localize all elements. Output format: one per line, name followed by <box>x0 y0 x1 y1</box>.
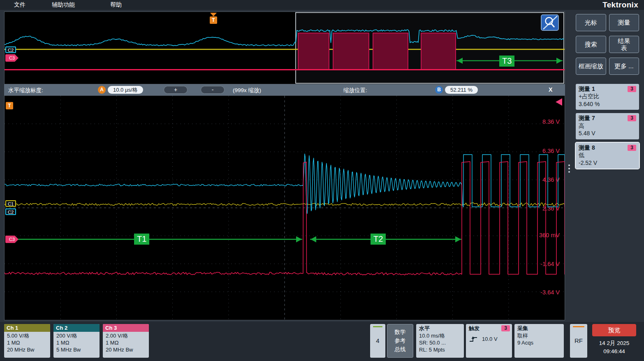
trigger-source-marker[interactable]: T <box>6 102 13 109</box>
channel-scale: 5.00 V/格 <box>7 332 47 339</box>
horizontal-scale: 10.0 ms/格 <box>419 332 461 339</box>
date-label: 14 2月 2025 <box>592 339 636 347</box>
datetime: 14 2月 2025 09:46:44 <box>592 339 636 356</box>
preview-button[interactable]: 预览 <box>592 324 636 336</box>
rf-tile-label: RF <box>570 337 587 345</box>
measurement-badges: 测量 13 +占空比 3.640 % 测量 73 高 5.48 V 测量 83 … <box>573 84 644 169</box>
annotation-t1-label: T1 <box>134 234 149 245</box>
zoom-close-button[interactable]: X <box>546 86 555 93</box>
zoom-out-button[interactable]: - <box>201 86 225 94</box>
acquisition-title: 采集 <box>514 324 564 332</box>
channel-impedance: 1 MΩ <box>106 339 146 346</box>
channel-bandwidth: 20 MHz Bw <box>106 346 146 353</box>
sidebar-button-box-zoom[interactable]: 框画缩放 <box>576 58 606 75</box>
acquisition-mode: 取样 <box>517 332 561 339</box>
menu-item-help[interactable]: 帮助 <box>110 1 122 9</box>
channel-card-ch2[interactable]: Ch 2 200 V/格 1 MΩ 5 MHz Bw <box>53 324 100 358</box>
measurement-card-8[interactable]: 测量 83 低 -2.52 V <box>576 143 639 169</box>
zoom-scale-label: 水平缩放标度: <box>8 87 43 94</box>
menu-item-file[interactable]: 文件 <box>14 1 25 9</box>
channel-bandwidth: 20 MHz Bw <box>7 346 47 353</box>
measurement-name: 高 <box>579 122 636 130</box>
rf-tile[interactable]: RF <box>570 324 587 358</box>
horizontal-card[interactable]: 水平 10.0 ms/格 SR: 50.0 ... RL: 5 Mpts <box>416 324 464 358</box>
time-label: 09:46:44 <box>592 347 636 356</box>
source-badge: 3 <box>628 86 636 92</box>
ref-color-bar <box>373 326 382 327</box>
button-label: 光标 <box>585 19 597 26</box>
bottom-bar: Ch 1 5.00 V/格 1 MΩ 20 MHz Bw Ch 2 200 V/… <box>0 322 644 361</box>
trigger-position-marker[interactable]: T <box>210 13 217 24</box>
trigger-source-badge: 3 <box>501 325 510 331</box>
panel-resize-handle[interactable] <box>568 163 570 174</box>
trigger-title: 触发 <box>469 325 480 332</box>
zoom-window[interactable] <box>296 12 564 84</box>
button-label: 测量 <box>618 19 630 26</box>
horizontal-title: 水平 <box>416 324 464 332</box>
channel-tag-c2[interactable]: C2 <box>5 208 16 215</box>
knob-b-badge[interactable]: B <box>435 86 443 94</box>
channel-name: Ch 1 <box>4 324 50 332</box>
math-ref-bus-button[interactable]: 数学 参考 总线 <box>387 324 413 358</box>
sidebar-button-search[interactable]: 搜索 <box>576 36 606 53</box>
sidebar-button-results-table[interactable]: 结果表 <box>609 36 639 53</box>
menu-bar: 文件 辅助功能 帮助 Tektronix <box>0 0 644 10</box>
measurement-value: 3.640 % <box>579 100 636 108</box>
right-sidebar: 光标 测量 搜索 结果表 框画缩放 更多 ... 测量 13 +占空比 3.64… <box>573 10 644 322</box>
channel-impedance: 1 MΩ <box>56 339 97 346</box>
rising-edge-icon <box>469 336 478 342</box>
source-badge: 3 <box>628 115 636 121</box>
measurement-title: 测量 1 <box>579 85 595 93</box>
measurement-title: 测量 7 <box>579 114 595 122</box>
zoom-toolbar: 水平缩放标度: A 10.0 µs/格 + - (999x 缩放) 缩放位置: … <box>4 84 565 95</box>
sidebar-button-measure[interactable]: 测量 <box>609 14 639 31</box>
channel-tag-c1[interactable]: C1 <box>5 200 16 207</box>
channel-name: Ch 3 <box>103 324 149 332</box>
measurement-card-7[interactable]: 测量 73 高 5.48 V <box>576 113 639 139</box>
measurement-card-1[interactable]: 测量 13 +占空比 3.640 % <box>576 84 639 110</box>
channel-scale: 200 V/格 <box>56 332 97 339</box>
content-area: T C2 C3 T3 水平缩放标度: A 10.0 µs/格 + - (999x… <box>0 10 644 322</box>
zoom-in-button[interactable]: + <box>164 86 188 94</box>
annotation-t3-label: T3 <box>499 56 514 67</box>
zoom-scale-value[interactable]: 10.0 µs/格 <box>108 86 143 94</box>
acquisition-card[interactable]: 采集 取样 9 Acqs <box>514 324 564 358</box>
overview-panel: T C2 C3 T3 <box>4 12 565 84</box>
record-length: RL: 5 Mpts <box>419 346 461 353</box>
button-label: 搜索 <box>585 41 597 48</box>
channel-tag-c2[interactable]: C2 <box>5 46 16 53</box>
annotation-t2-label: T2 <box>371 234 386 245</box>
button-label: 结果表 <box>616 37 631 52</box>
menu-item-utility[interactable]: 辅助功能 <box>52 1 75 9</box>
button-label: 框画缩放 <box>579 62 603 69</box>
trigger-card[interactable]: 触发 3 10.0 V <box>466 324 512 358</box>
ref-label: 参考 <box>395 337 406 345</box>
source-badge: 3 <box>628 145 636 151</box>
tektronix-logo: Tektronix <box>602 0 638 9</box>
zoom-position-value[interactable]: 52.211 % <box>445 86 478 94</box>
ref-4-tile[interactable]: 4 <box>370 324 385 358</box>
measurement-name: +占空比 <box>579 93 636 100</box>
trigger-level: 10.0 V <box>482 336 498 342</box>
trigger-level-marker[interactable] <box>556 98 562 106</box>
magnifier-icon[interactable] <box>541 14 559 32</box>
main-waveform <box>5 96 565 320</box>
channel-card-ch3[interactable]: Ch 3 2.00 V/格 1 MΩ 20 MHz Bw <box>103 324 149 358</box>
bus-label: 总线 <box>395 346 406 353</box>
sidebar-button-cursors[interactable]: 光标 <box>576 14 606 31</box>
measurement-value: -2.52 V <box>579 159 636 167</box>
magnifier-glyph <box>541 14 559 31</box>
trigger-arrow-icon <box>210 13 217 16</box>
knob-a-badge[interactable]: A <box>98 86 106 94</box>
sidebar-button-more[interactable]: 更多 ... <box>609 58 639 75</box>
measurement-name: 低 <box>579 151 636 159</box>
button-label: 更多 ... <box>614 62 634 69</box>
math-label: 数学 <box>395 329 406 336</box>
channel-card-ch1[interactable]: Ch 1 5.00 V/格 1 MΩ 20 MHz Bw <box>4 324 50 358</box>
sample-rate: SR: 50.0 ... <box>419 339 461 346</box>
main-waveform-panel: 8.36 V 6.36 V 4.36 V 2.36 V 360 mV -1.64… <box>4 95 565 320</box>
ref-tile-label: 4 <box>370 337 385 345</box>
zoom-position-label: 缩放位置: <box>343 87 367 94</box>
channel-impedance: 1 MΩ <box>7 339 47 346</box>
channel-scale: 2.00 V/格 <box>106 332 146 339</box>
